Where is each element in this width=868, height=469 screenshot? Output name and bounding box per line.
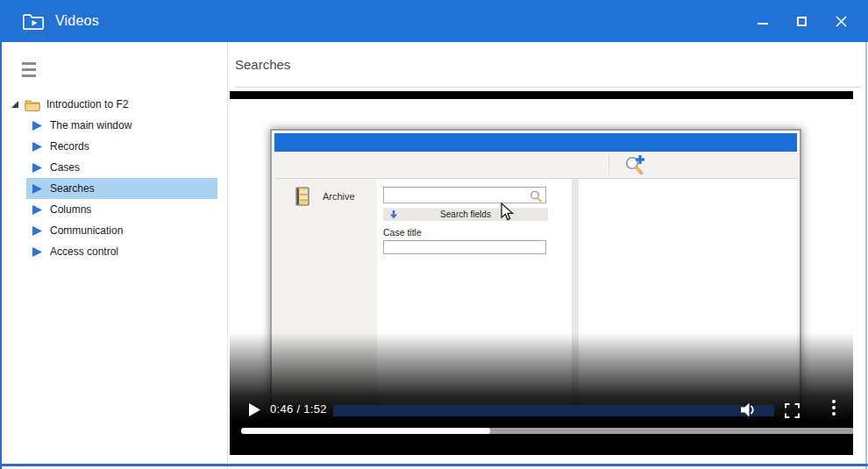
divider [235, 87, 860, 88]
app-window: Videos [0, 0, 868, 469]
app-title: Videos [55, 13, 99, 29]
titlebar: Videos [0, 0, 868, 42]
sidebar-item-communication[interactable]: Communication [26, 220, 217, 241]
sidebar: Introduction to F2 The main window Recor… [0, 42, 228, 469]
video-seekbar[interactable] [333, 405, 774, 416]
minimize-icon [758, 23, 768, 25]
expander-icon [11, 100, 19, 109]
video-bottom-gradient [230, 332, 853, 455]
f2-case-title-label: Case title [383, 227, 572, 238]
blue-down-arrow-icon [390, 210, 397, 219]
video-controls: 0:46 / 1:52 [230, 399, 853, 423]
sidebar-item-cases[interactable]: Cases [26, 157, 217, 178]
tree-root-label: Introduction to F2 [46, 98, 128, 110]
f2-search-fields-button: Search fields [383, 208, 548, 221]
play-triangle-icon [32, 225, 43, 237]
kebab-menu-icon[interactable] [832, 400, 836, 416]
f2-search-input [383, 187, 546, 203]
letterbox-bar [230, 91, 853, 99]
sidebar-item-access-control[interactable]: Access control [26, 241, 217, 262]
minimize-button[interactable] [743, 0, 782, 42]
video-time: 0:46 / 1:52 [270, 402, 327, 416]
close-button[interactable] [822, 0, 861, 42]
play-triangle-icon [32, 120, 43, 131]
video-progress-played [241, 428, 490, 434]
sidebar-item-records[interactable]: Records [26, 136, 217, 157]
sidebar-item-searches[interactable]: Searches [26, 178, 217, 199]
tree-item-introduction-to-f2[interactable]: Introduction to F2 [0, 94, 227, 115]
window-border-left [0, 42, 2, 469]
window-border-right [865, 42, 867, 469]
f2-ribbon [274, 152, 797, 179]
f2-titlebar [274, 133, 797, 152]
play-triangle-icon [32, 141, 43, 153]
search-plus-icon [623, 154, 647, 177]
sidebar-item-the-main-window[interactable]: The main window [26, 115, 217, 136]
maximize-button[interactable] [782, 0, 822, 42]
magnifier-icon [530, 190, 543, 203]
f2-archive-label: Archive [323, 191, 355, 202]
video-progress-bar[interactable] [241, 428, 853, 434]
play-triangle-icon [32, 204, 43, 216]
volume-icon[interactable] [741, 402, 758, 417]
maximize-icon [797, 17, 807, 26]
menu-icon[interactable] [22, 62, 36, 77]
play-icon[interactable] [249, 403, 260, 416]
mouse-cursor-icon [501, 203, 514, 221]
ribbon-separator [608, 155, 609, 174]
f2-case-title-input [383, 240, 546, 254]
video-folder-icon [23, 12, 45, 31]
video-player[interactable]: Archive [230, 91, 853, 455]
play-triangle-icon [32, 162, 43, 174]
close-icon [836, 16, 847, 27]
window-border-bottom [0, 464, 868, 466]
archive-cabinet-icon [295, 187, 310, 207]
play-triangle-icon [32, 246, 43, 258]
fullscreen-icon[interactable] [785, 403, 800, 418]
f2-archive-item: Archive [274, 187, 377, 207]
sidebar-item-columns[interactable]: Columns [26, 199, 217, 220]
video-tree: Introduction to F2 The main window Recor… [0, 94, 227, 262]
folder-icon [25, 98, 40, 111]
content-area: Searches [228, 42, 868, 469]
play-triangle-icon [32, 183, 43, 195]
page-title: Searches [228, 42, 868, 74]
